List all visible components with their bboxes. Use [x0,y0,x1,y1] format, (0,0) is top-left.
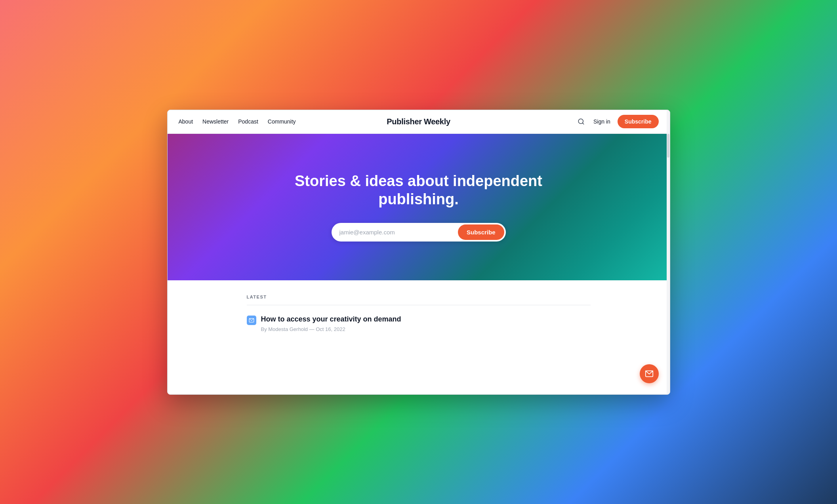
subscribe-nav-button[interactable]: Subscribe [618,115,659,128]
subscribe-form: Subscribe [332,223,506,242]
browser-window: About Newsletter Podcast Community Publi… [167,110,670,395]
article-item: How to access your creativity on demand … [247,315,591,332]
email-article-icon [249,318,254,323]
hero-section: Stories & ideas about independent publis… [168,134,670,280]
floating-mail-button[interactable] [640,364,659,383]
scrollbar-track[interactable] [667,110,670,394]
nav-about[interactable]: About [179,118,193,125]
article-title[interactable]: How to access your creativity on demand [261,315,401,324]
hero-title: Stories & ideas about independent publis… [280,172,557,208]
mail-icon [645,369,654,378]
article-icon [247,316,256,325]
section-label: LATEST [247,295,591,299]
nav-right: Sign in Subscribe [419,115,659,128]
navbar: About Newsletter Podcast Community Publi… [168,110,670,134]
site-title: Publisher Weekly [387,117,450,126]
section-divider [247,305,591,305]
email-input[interactable] [339,229,458,236]
nav-center: Publisher Weekly [387,117,450,126]
search-button[interactable] [576,116,586,127]
search-icon [578,118,585,125]
nav-left: About Newsletter Podcast Community [179,118,419,125]
nav-newsletter[interactable]: Newsletter [202,118,229,125]
svg-line-1 [582,123,583,124]
nav-community[interactable]: Community [268,118,296,125]
scrollbar-thumb[interactable] [667,134,669,158]
article-meta: By Modesta Gerhold — Oct 16, 2022 [261,326,401,332]
content-area: LATEST How to access your creativity on … [168,280,670,394]
subscribe-hero-button[interactable]: Subscribe [458,224,504,240]
signin-link[interactable]: Sign in [593,118,610,125]
article-text: How to access your creativity on demand … [261,315,401,332]
nav-podcast[interactable]: Podcast [238,118,258,125]
